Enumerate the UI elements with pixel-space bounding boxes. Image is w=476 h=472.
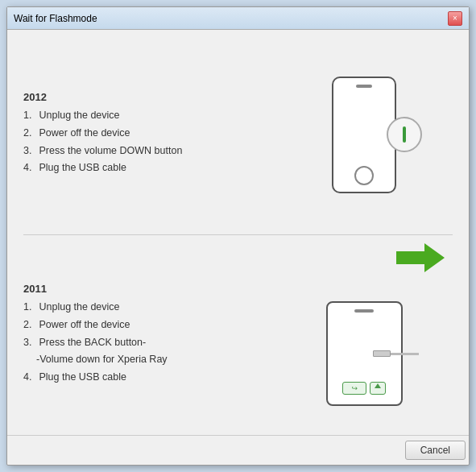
phone-illustration-2012 <box>332 77 396 193</box>
step-text: Power off the device <box>39 127 130 139</box>
instructions-2011: 2011 1. Unplug the device 2. Power off t… <box>23 243 275 427</box>
section-2012: 2012 1. Unplug the device 2. Power off t… <box>23 43 453 226</box>
phone-2011-wrapper: ↩ <box>326 293 403 406</box>
steps-list-2011: 1. Unplug the device 2. Power off the de… <box>23 300 267 387</box>
footer: Cancel <box>7 435 469 465</box>
svg-marker-0 <box>396 243 445 272</box>
step-num: 4. <box>23 370 36 385</box>
step-num: 1. <box>23 300 36 315</box>
diagram-2012 <box>275 43 453 226</box>
steps-list-2012: 1. Unplug the device 2. Power off the de… <box>23 108 267 178</box>
step-text: Plug the USB cable <box>39 371 126 383</box>
close-icon: × <box>453 14 457 23</box>
window-title: Wait for Flashmode <box>14 13 97 24</box>
usb-wire <box>391 353 419 355</box>
step-num: 2. <box>23 126 36 141</box>
power-button-indicator <box>387 117 422 152</box>
title-bar: Wait for Flashmode × <box>7 7 469 30</box>
power-button-inner <box>403 126 406 143</box>
step-2012-2: 2. Power off the device <box>23 126 267 141</box>
close-button[interactable]: × <box>448 11 462 26</box>
step-2011-3: 3. Press the BACK button- <box>23 335 267 350</box>
instructions-2012: 2012 1. Unplug the device 2. Power off t… <box>23 43 275 226</box>
step-2011-1: 1. Unplug the device <box>23 300 267 315</box>
usb-port <box>373 350 419 357</box>
arrow-usb <box>396 243 445 275</box>
section-2011: 2011 1. Unplug the device 2. Power off t… <box>23 243 453 427</box>
green-arrow-icon <box>396 243 445 272</box>
step-num: 4. <box>23 160 36 176</box>
step-text: Unplug the device <box>39 301 119 313</box>
svg-marker-2 <box>375 383 381 388</box>
phone-buttons: ↩ <box>342 382 386 395</box>
usb-icon <box>373 383 383 393</box>
volume-button <box>370 382 386 395</box>
step-text: Press the volume DOWN button <box>39 145 182 156</box>
step-2011-2: 2. Power off the device <box>23 317 267 333</box>
step-num: 3. <box>23 335 36 350</box>
step-text: Unplug the device <box>39 110 119 121</box>
section-divider <box>23 234 453 235</box>
cancel-button[interactable]: Cancel <box>405 441 466 460</box>
step-text: Plug the USB cable <box>39 162 126 173</box>
content-area: 2012 1. Unplug the device 2. Power off t… <box>7 30 469 435</box>
diagram-2011: ↩ <box>275 243 453 427</box>
step-2012-1: 1. Unplug the device <box>23 108 267 123</box>
step-num: 3. <box>23 143 36 159</box>
step-num: 1. <box>23 108 36 123</box>
phone-body-2011: ↩ <box>326 301 403 406</box>
back-icon: ↩ <box>351 384 358 392</box>
step-2012-4: 4. Plug the USB cable <box>23 160 267 176</box>
step-2011-3b: -Volume down for Xperia Ray <box>23 352 267 367</box>
step-2012-3: 3. Press the volume DOWN button <box>23 143 267 159</box>
step-text: Press the BACK button- <box>39 337 146 348</box>
step-text: -Volume down for Xperia Ray <box>36 354 168 365</box>
usb-connector <box>373 350 391 357</box>
main-window: Wait for Flashmode × 2012 1. Unplug the … <box>6 6 470 466</box>
year-2012: 2012 <box>23 91 267 103</box>
year-2011: 2011 <box>23 283 267 295</box>
step-2011-4: 4. Plug the USB cable <box>23 370 267 385</box>
step-num: 2. <box>23 317 36 333</box>
back-button: ↩ <box>342 382 366 395</box>
step-text: Power off the device <box>39 319 130 330</box>
